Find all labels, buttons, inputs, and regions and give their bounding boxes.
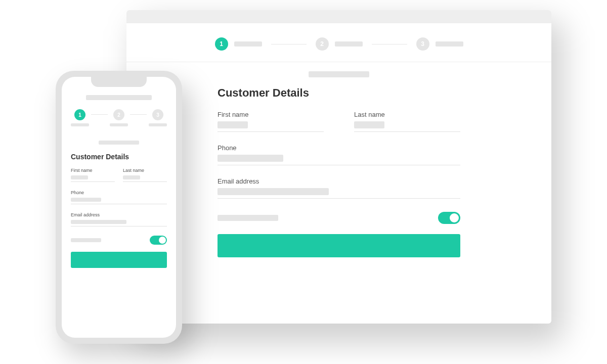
device-notch <box>91 77 147 87</box>
field-label: Last name <box>354 111 460 118</box>
text-input[interactable] <box>354 121 384 128</box>
step-connector <box>130 114 147 115</box>
text-input[interactable] <box>71 175 88 179</box>
step-label-placeholder <box>71 123 89 126</box>
page-title-placeholder <box>99 141 139 145</box>
page-title-placeholder <box>309 71 369 77</box>
field-label: Email address <box>218 177 460 185</box>
stepper: 1 2 3 <box>126 23 551 62</box>
submit-button[interactable] <box>71 252 167 268</box>
field-label: First name <box>71 168 115 173</box>
mobile-device: 1 2 3 Customer Details First name <box>56 71 182 344</box>
first-name-field[interactable]: First name <box>71 168 115 182</box>
field-label: Phone <box>71 190 167 195</box>
step-dot: 2 <box>316 37 329 51</box>
step-connector <box>372 44 407 44</box>
phone-field[interactable]: Phone <box>71 190 167 204</box>
step-1[interactable]: 1 <box>215 37 262 51</box>
last-name-field[interactable]: Last name <box>354 111 460 132</box>
text-input[interactable] <box>218 188 329 195</box>
step-connector <box>271 44 307 44</box>
stepper: 1 2 3 <box>62 104 176 129</box>
step-dot: 1 <box>74 109 85 120</box>
toggle-label-placeholder <box>71 238 101 242</box>
step-2[interactable]: 2 <box>110 109 128 126</box>
step-label-placeholder <box>436 41 463 47</box>
app-title-placeholder <box>86 95 152 100</box>
field-label: First name <box>218 111 324 118</box>
field-label: Phone <box>218 144 460 152</box>
step-dot: 3 <box>416 37 429 51</box>
step-label-placeholder <box>149 123 167 126</box>
section-title: Customer Details <box>71 153 167 161</box>
field-label: Email address <box>71 212 167 217</box>
step-dot: 3 <box>152 109 163 120</box>
phone-field[interactable]: Phone <box>218 144 460 165</box>
step-3[interactable]: 3 <box>149 109 167 126</box>
step-dot: 1 <box>215 37 228 51</box>
section-title: Customer Details <box>218 86 460 100</box>
text-input[interactable] <box>123 175 140 179</box>
toggle-switch[interactable] <box>438 212 460 224</box>
step-label-placeholder <box>110 123 128 126</box>
submit-button[interactable] <box>218 234 460 257</box>
step-2[interactable]: 2 <box>316 37 363 51</box>
toggle-label-placeholder <box>218 215 278 221</box>
text-input[interactable] <box>71 220 126 224</box>
email-field[interactable]: Email address <box>218 177 460 199</box>
field-label: Last name <box>123 168 167 173</box>
window-titlebar <box>126 10 551 23</box>
text-input[interactable] <box>218 121 248 128</box>
mobile-screen: 1 2 3 Customer Details First name <box>62 77 176 338</box>
step-label-placeholder <box>234 41 262 47</box>
step-1[interactable]: 1 <box>71 109 89 126</box>
text-input[interactable] <box>218 155 283 162</box>
last-name-field[interactable]: Last name <box>123 168 167 182</box>
toggle-switch[interactable] <box>150 236 167 245</box>
step-3[interactable]: 3 <box>416 37 463 51</box>
text-input[interactable] <box>71 198 101 202</box>
step-label-placeholder <box>335 41 363 47</box>
step-dot: 2 <box>113 109 124 120</box>
step-connector <box>91 114 108 115</box>
first-name-field[interactable]: First name <box>218 111 324 132</box>
email-field[interactable]: Email address <box>71 212 167 226</box>
